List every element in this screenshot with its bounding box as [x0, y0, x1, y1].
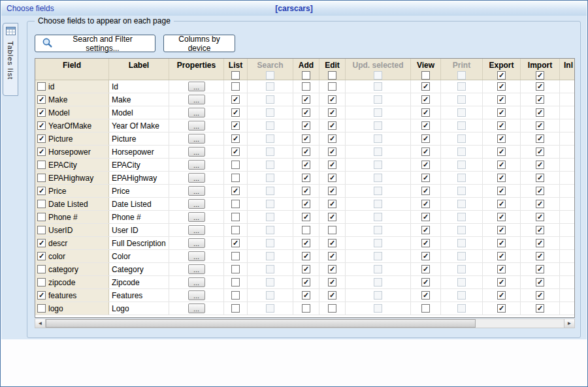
- header-checkbox-list[interactable]: [231, 71, 240, 80]
- field-checkbox[interactable]: [37, 265, 46, 273]
- checkbox-edit[interactable]: [328, 239, 336, 247]
- checkbox-import[interactable]: [536, 147, 544, 156]
- properties-button[interactable]: ...: [188, 303, 205, 313]
- properties-button[interactable]: ...: [188, 186, 205, 196]
- checkbox-add[interactable]: [302, 265, 310, 273]
- header-checkbox-import[interactable]: [536, 71, 544, 80]
- checkbox-import[interactable]: [536, 161, 544, 169]
- properties-button[interactable]: ...: [188, 82, 205, 91]
- checkbox-import[interactable]: [536, 121, 544, 130]
- checkbox-import[interactable]: [536, 82, 544, 91]
- checkbox-export[interactable]: [497, 304, 506, 313]
- field-checkbox[interactable]: [37, 200, 46, 208]
- checkbox-list[interactable]: [231, 161, 240, 169]
- checkbox-import[interactable]: [536, 304, 544, 313]
- checkbox-list[interactable]: [231, 252, 240, 260]
- checkbox-list[interactable]: [231, 291, 240, 300]
- scroll-left-arrow[interactable]: ◄: [35, 319, 46, 328]
- checkbox-edit[interactable]: [328, 213, 336, 221]
- checkbox-export[interactable]: [497, 200, 506, 208]
- checkbox-export[interactable]: [497, 187, 506, 195]
- checkbox-edit[interactable]: [328, 265, 336, 273]
- checkbox-edit[interactable]: [328, 121, 336, 130]
- checkbox-import[interactable]: [536, 174, 544, 182]
- properties-button[interactable]: ...: [188, 277, 205, 287]
- field-checkbox[interactable]: [37, 226, 46, 234]
- checkbox-add[interactable]: [302, 213, 310, 221]
- properties-button[interactable]: ...: [188, 95, 205, 104]
- field-checkbox[interactable]: [37, 174, 46, 182]
- checkbox-list[interactable]: [231, 95, 240, 104]
- checkbox-add[interactable]: [302, 200, 310, 208]
- header-checkbox-edit[interactable]: [328, 71, 336, 80]
- checkbox-edit[interactable]: [328, 161, 336, 169]
- properties-button[interactable]: ...: [188, 212, 205, 222]
- checkbox-import[interactable]: [536, 226, 544, 234]
- checkbox-list[interactable]: [231, 226, 240, 234]
- checkbox-export[interactable]: [497, 121, 506, 130]
- checkbox-import[interactable]: [536, 187, 544, 195]
- checkbox-add[interactable]: [302, 161, 310, 169]
- properties-button[interactable]: ...: [188, 147, 205, 157]
- checkbox-export[interactable]: [497, 278, 506, 286]
- checkbox-edit[interactable]: [328, 147, 336, 156]
- checkbox-import[interactable]: [536, 108, 544, 117]
- checkbox-view[interactable]: [421, 304, 430, 313]
- checkbox-list[interactable]: [231, 304, 240, 313]
- checkbox-add[interactable]: [302, 134, 310, 143]
- properties-button[interactable]: ...: [188, 160, 205, 170]
- checkbox-view[interactable]: [421, 134, 430, 143]
- field-checkbox[interactable]: [37, 239, 46, 247]
- field-checkbox[interactable]: [37, 82, 46, 91]
- checkbox-edit[interactable]: [328, 187, 336, 195]
- properties-button[interactable]: ...: [188, 238, 205, 248]
- checkbox-edit[interactable]: [328, 291, 336, 300]
- properties-button[interactable]: ...: [188, 134, 205, 144]
- header-checkbox-add[interactable]: [302, 71, 310, 80]
- checkbox-add[interactable]: [302, 82, 310, 91]
- checkbox-list[interactable]: [231, 121, 240, 130]
- checkbox-import[interactable]: [536, 134, 544, 143]
- checkbox-import[interactable]: [536, 200, 544, 208]
- checkbox-export[interactable]: [497, 108, 506, 117]
- checkbox-list[interactable]: [231, 82, 240, 91]
- checkbox-export[interactable]: [497, 147, 506, 156]
- checkbox-list[interactable]: [231, 174, 240, 182]
- search-filter-settings-button[interactable]: Search and Filter settings...: [35, 35, 155, 52]
- checkbox-list[interactable]: [231, 147, 240, 156]
- checkbox-import[interactable]: [536, 252, 544, 260]
- checkbox-add[interactable]: [302, 226, 310, 234]
- checkbox-add[interactable]: [302, 239, 310, 247]
- field-checkbox[interactable]: [37, 147, 46, 156]
- checkbox-export[interactable]: [497, 134, 506, 143]
- checkbox-view[interactable]: [421, 174, 430, 182]
- scrollbar-track[interactable]: [46, 319, 564, 328]
- scrollbar-thumb[interactable]: [46, 319, 476, 328]
- checkbox-view[interactable]: [421, 278, 430, 286]
- checkbox-import[interactable]: [536, 278, 544, 286]
- tables-list-tab[interactable]: Tables list: [3, 23, 18, 96]
- checkbox-edit[interactable]: [328, 278, 336, 286]
- checkbox-import[interactable]: [536, 291, 544, 300]
- horizontal-scrollbar[interactable]: ◄ ►: [35, 318, 575, 328]
- checkbox-add[interactable]: [302, 278, 310, 286]
- checkbox-list[interactable]: [231, 134, 240, 143]
- checkbox-export[interactable]: [497, 252, 506, 260]
- field-checkbox[interactable]: [37, 291, 46, 300]
- checkbox-edit[interactable]: [328, 304, 336, 313]
- checkbox-view[interactable]: [421, 108, 430, 117]
- field-checkbox[interactable]: [37, 108, 46, 117]
- checkbox-export[interactable]: [497, 174, 506, 182]
- checkbox-list[interactable]: [231, 265, 240, 273]
- checkbox-list[interactable]: [231, 200, 240, 208]
- checkbox-list[interactable]: [231, 239, 240, 247]
- checkbox-view[interactable]: [421, 291, 430, 300]
- checkbox-add[interactable]: [302, 304, 310, 313]
- checkbox-view[interactable]: [421, 187, 430, 195]
- checkbox-edit[interactable]: [328, 174, 336, 182]
- properties-button[interactable]: ...: [188, 108, 205, 117]
- properties-button[interactable]: ...: [188, 225, 205, 235]
- checkbox-list[interactable]: [231, 108, 240, 117]
- checkbox-view[interactable]: [421, 82, 430, 91]
- checkbox-edit[interactable]: [328, 108, 336, 117]
